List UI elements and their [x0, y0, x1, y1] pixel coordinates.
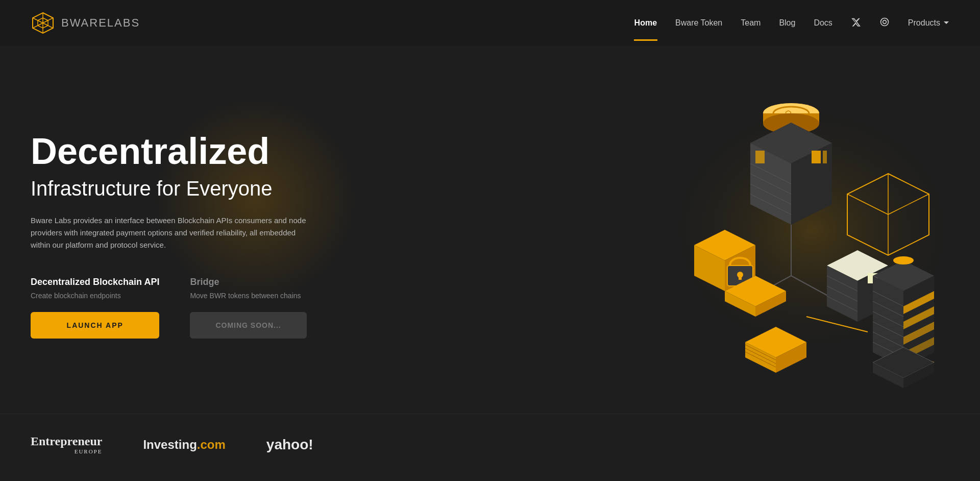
svg-point-6 — [883, 20, 887, 23]
api-card-title: Decentralized Blockchain API — [31, 277, 159, 287]
logo-icon — [31, 11, 55, 35]
nav-item-blog[interactable]: Blog — [779, 18, 795, 28]
circle-icon — [879, 17, 890, 27]
nav-item-docs[interactable]: Docs — [814, 18, 832, 28]
nav-links: Home Bware Token Team Blog Docs Produc — [634, 17, 949, 30]
brand-investing-text: Investing.com — [143, 438, 225, 451]
hero-title-line2: Infrastructure for Everyone — [31, 177, 307, 200]
nav-link-team[interactable]: Team — [741, 18, 761, 27]
nav-item-twitter[interactable] — [851, 17, 861, 29]
svg-point-57 — [893, 256, 914, 264]
nav-active-underline — [634, 39, 657, 41]
nav-link-blog[interactable]: Blog — [779, 18, 795, 27]
nav-link-bware-token[interactable]: Bware Token — [675, 18, 722, 27]
chevron-down-icon — [943, 21, 949, 25]
brand-yahoo: yahoo! — [266, 437, 313, 453]
products-button[interactable]: Products — [908, 18, 949, 28]
nav-item-bware-token[interactable]: Bware Token — [675, 18, 722, 28]
nav-item-home[interactable]: Home — [634, 18, 657, 28]
nav-link-docs[interactable]: Docs — [814, 18, 832, 27]
launch-app-button[interactable]: LAUNCH APP — [31, 312, 159, 339]
nav-item-products[interactable]: Products — [908, 18, 949, 28]
svg-point-5 — [880, 18, 888, 26]
logo[interactable]: BWARELABS — [31, 11, 140, 35]
nav-item-circle[interactable] — [879, 17, 890, 30]
nav-link-home[interactable]: Home — [634, 18, 657, 27]
svg-rect-21 — [755, 151, 765, 163]
hero-cards: Decentralized Blockchain API Create bloc… — [31, 277, 307, 339]
hero-content: Decentralized Infrastructure for Everyon… — [31, 131, 307, 338]
hero-card-bridge: Bridge Move BWR tokens between chains CO… — [190, 277, 306, 339]
brands-section: Entrepreneur EUROPE Investing.com yahoo! — [0, 414, 980, 480]
brand-entrepreneur-sub: EUROPE — [31, 448, 102, 454]
twitter-icon — [851, 17, 861, 27]
bridge-card-subtitle: Move BWR tokens between chains — [190, 292, 306, 300]
isometric-svg: ⬡ — [633, 56, 980, 403]
nav-link-circle[interactable] — [879, 18, 890, 29]
svg-rect-20 — [823, 151, 827, 163]
svg-rect-19 — [812, 151, 821, 163]
hero-card-api: Decentralized Blockchain API Create bloc… — [31, 277, 159, 339]
products-label: Products — [908, 18, 940, 28]
brand-entrepreneur: Entrepreneur EUROPE — [31, 435, 102, 454]
logo-text: BWARELABS — [61, 16, 140, 30]
hero-title-line1: Decentralized — [31, 131, 307, 172]
brand-investing: Investing.com — [143, 438, 225, 452]
api-card-subtitle: Create blockchain endpoints — [31, 292, 159, 300]
hero-description: Bware Labs provides an interface between… — [31, 214, 306, 251]
nav-link-twitter[interactable] — [851, 18, 861, 29]
brand-yahoo-text: yahoo! — [266, 437, 313, 452]
coming-soon-button: COMING SOON... — [190, 312, 306, 339]
bridge-card-title: Bridge — [190, 277, 306, 287]
navbar: BWARELABS Home Bware Token Team Blog Doc… — [0, 0, 980, 46]
nav-item-team[interactable]: Team — [741, 18, 761, 28]
svg-rect-39 — [739, 275, 742, 280]
hero-section: Decentralized Infrastructure for Everyon… — [0, 46, 980, 414]
brand-entrepreneur-text: Entrepreneur — [31, 435, 102, 448]
hero-illustration: ⬡ — [633, 56, 980, 403]
